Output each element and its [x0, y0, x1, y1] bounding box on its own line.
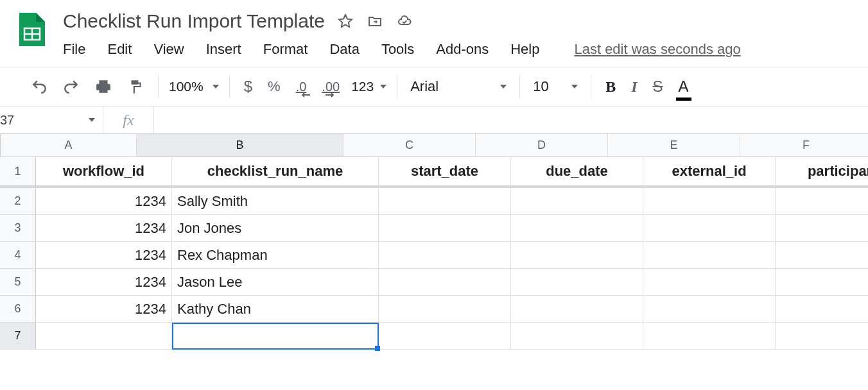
cell[interactable]: [379, 296, 511, 323]
cell[interactable]: external_id: [643, 157, 776, 188]
row-header-2[interactable]: 2: [0, 188, 36, 215]
cell[interactable]: [511, 242, 643, 269]
row-header-1[interactable]: 1: [0, 157, 36, 188]
chevron-down-icon: [571, 85, 578, 89]
cell[interactable]: [776, 296, 868, 323]
decrease-decimal-button[interactable]: .0: [288, 74, 315, 99]
print-icon[interactable]: [87, 74, 119, 99]
row-header-6[interactable]: 6: [0, 296, 36, 323]
cell[interactable]: 1234: [36, 296, 172, 323]
cell[interactable]: [36, 323, 172, 350]
cell[interactable]: [172, 323, 379, 350]
chevron-down-icon: [89, 118, 95, 122]
menu-tools[interactable]: Tools: [381, 41, 414, 58]
cell[interactable]: [776, 215, 868, 242]
cell[interactable]: [776, 323, 868, 350]
cell[interactable]: checklist_run_name: [172, 157, 379, 188]
cell[interactable]: due_date: [511, 157, 643, 188]
strikethrough-button[interactable]: S: [645, 74, 671, 99]
cell[interactable]: [511, 215, 643, 242]
cell[interactable]: [379, 269, 511, 296]
cell[interactable]: [511, 188, 643, 215]
col-header-f[interactable]: F: [740, 134, 868, 157]
cell[interactable]: [776, 188, 868, 215]
cell[interactable]: Jason Lee: [172, 269, 379, 296]
cell[interactable]: [511, 269, 643, 296]
menu-help[interactable]: Help: [510, 41, 539, 58]
cell[interactable]: Rex Chapman: [172, 242, 379, 269]
chevron-down-icon: [380, 85, 386, 89]
zoom-value: 100%: [169, 79, 204, 94]
row-header-5[interactable]: 5: [0, 269, 36, 296]
zoom-select[interactable]: 100%: [165, 79, 223, 94]
cell[interactable]: [643, 269, 776, 296]
star-icon[interactable]: [338, 13, 353, 29]
menu-edit[interactable]: Edit: [107, 41, 132, 58]
paint-format-icon[interactable]: [119, 74, 152, 99]
cell[interactable]: [379, 323, 511, 350]
cloud-status-icon[interactable]: [397, 13, 412, 29]
cell[interactable]: [379, 242, 511, 269]
undo-icon[interactable]: [23, 74, 55, 99]
text-color-button[interactable]: A: [671, 74, 697, 99]
fx-label: fx: [103, 106, 154, 133]
menu-format[interactable]: Format: [263, 41, 308, 58]
cell[interactable]: Jon Jones: [172, 215, 379, 242]
more-formats-button[interactable]: 123: [347, 79, 390, 94]
document-title[interactable]: Checklist Run Import Template: [60, 9, 327, 33]
cell[interactable]: [511, 323, 643, 350]
percent-format-button[interactable]: %: [260, 74, 288, 99]
cell[interactable]: Kathy Chan: [172, 296, 379, 323]
row-header-3[interactable]: 3: [0, 215, 36, 242]
col-header-e[interactable]: E: [608, 134, 740, 157]
menu-view[interactable]: View: [153, 41, 184, 58]
toolbar: 100% $ % .0 .00 123 Arial 10 B I S A: [0, 67, 868, 106]
cell[interactable]: participan: [776, 157, 868, 188]
cell[interactable]: [776, 269, 868, 296]
menu-data[interactable]: Data: [329, 41, 359, 58]
cell[interactable]: [643, 323, 776, 350]
cell[interactable]: 1234: [36, 242, 172, 269]
row-header-7[interactable]: 7: [0, 323, 36, 350]
col-header-c[interactable]: C: [343, 134, 476, 157]
last-edit-link[interactable]: Last edit was seconds ago: [574, 41, 740, 58]
chevron-down-icon: [213, 85, 219, 89]
menu-insert[interactable]: Insert: [206, 41, 241, 58]
cell[interactable]: [776, 242, 868, 269]
font-name: Arial: [410, 78, 438, 95]
name-box[interactable]: 37: [0, 106, 103, 133]
italic-button[interactable]: I: [623, 74, 645, 99]
cell[interactable]: 1234: [36, 269, 172, 296]
chevron-down-icon: [500, 85, 507, 89]
redo-icon[interactable]: [55, 74, 87, 99]
grid-cells: workflow_id checklist_run_name start_dat…: [36, 157, 868, 350]
cell[interactable]: [643, 188, 776, 215]
menu-file[interactable]: File: [63, 41, 85, 58]
cell[interactable]: start_date: [379, 157, 511, 188]
row-header-4[interactable]: 4: [0, 242, 36, 269]
cell[interactable]: [643, 242, 776, 269]
bold-button[interactable]: B: [598, 74, 623, 99]
cell[interactable]: [379, 215, 511, 242]
col-header-b[interactable]: B: [137, 134, 343, 157]
font-size-select[interactable]: 10: [526, 78, 584, 95]
cell[interactable]: [511, 296, 643, 323]
cell[interactable]: 1234: [36, 215, 172, 242]
cell[interactable]: [379, 188, 511, 215]
menu-bar: File Edit View Insert Format Data Tools …: [60, 33, 868, 67]
cell[interactable]: Sally Smith: [172, 188, 379, 215]
formula-bar: 37 fx: [0, 106, 868, 134]
move-icon[interactable]: [367, 13, 383, 29]
cell[interactable]: workflow_id: [36, 157, 172, 188]
increase-decimal-button[interactable]: .00: [314, 74, 347, 99]
currency-format-button[interactable]: $: [236, 74, 260, 99]
font-select[interactable]: Arial: [404, 78, 513, 95]
sheets-logo[interactable]: [13, 12, 49, 47]
col-header-d[interactable]: D: [476, 134, 608, 157]
cell[interactable]: [643, 296, 776, 323]
cell[interactable]: [643, 215, 776, 242]
font-size-value: 10: [533, 78, 548, 95]
col-header-a[interactable]: A: [1, 134, 137, 157]
cell[interactable]: 1234: [36, 188, 172, 215]
menu-addons[interactable]: Add-ons: [436, 41, 489, 58]
